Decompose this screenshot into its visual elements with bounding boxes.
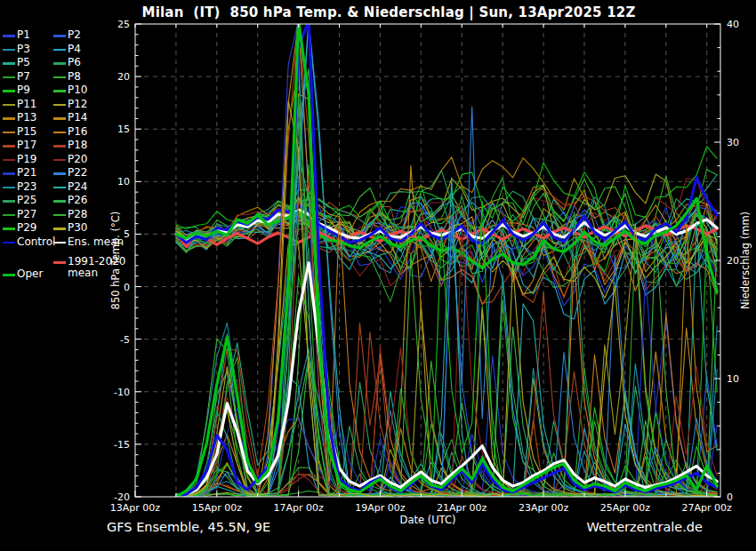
right-tick-label: 10: [727, 373, 739, 385]
x-tick-label: 21Apr 00z: [437, 502, 487, 514]
right-tick-label: 40: [727, 19, 739, 30]
x-tick-label: 27Apr 00z: [682, 502, 733, 514]
meteogram-page: Milan (IT) 850 hPa Temp. & Niederschlag …: [0, 0, 756, 551]
x-tick-label: 25Apr 00z: [600, 502, 651, 514]
member-precip-line-p6: [176, 69, 717, 497]
x-tick-label: 19Apr 00z: [355, 502, 406, 514]
left-tick-label: 25: [117, 19, 130, 30]
x-tick-label: 23Apr 00z: [519, 502, 569, 514]
left-tick-label: -15: [114, 439, 130, 451]
series-group: [176, 20, 717, 497]
left-tick-label: 0: [124, 282, 130, 293]
left-tick-label: 5: [124, 228, 130, 240]
left-tick-label: 20: [117, 71, 130, 83]
x-tick-label: 13Apr 00z: [110, 502, 161, 514]
footer-model-info: GFS Ensemble, 45.5N, 9E: [107, 520, 270, 534]
member-precip-line-p13: [176, 66, 717, 497]
right-tick-label: 30: [727, 137, 739, 148]
left-axis-title: 850 hPa Temp. (°C): [109, 127, 122, 394]
x-tick-label: 17Apr 00z: [273, 502, 324, 514]
footer-site-name: Wetterzentrale.de: [586, 520, 703, 534]
right-axis-title: Niederschlag (mm): [739, 127, 752, 394]
right-tick-label: 20: [727, 255, 739, 267]
x-tick-label: 15Apr 00z: [192, 502, 243, 514]
